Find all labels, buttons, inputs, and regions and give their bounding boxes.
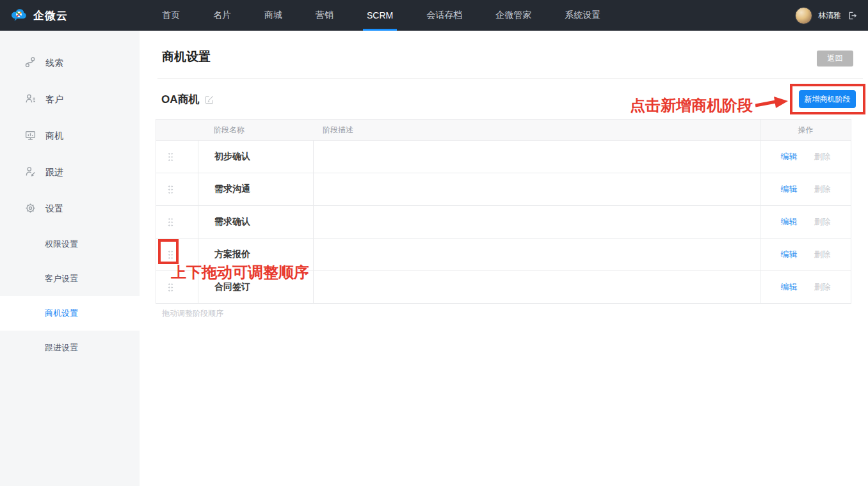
user-name: 林清雅 [818,10,841,21]
brand-name: 企微云 [33,8,68,23]
drag-handle-icon[interactable] [168,217,173,227]
top-navbar: 企微云 首页 名片 商城 营销 SCRM 会话存档 企微管家 系统设置 林清雅 [0,0,868,31]
stage-name: 初步确认 [198,141,313,173]
nav-item-scrm[interactable]: SCRM [367,0,393,31]
sidebar-item-label: 跟进 [45,167,63,178]
user-area: 林清雅 [795,7,868,24]
logout-icon[interactable] [847,10,858,21]
delete-link[interactable]: 删除 [814,216,831,228]
table-row: 需求沟通 编辑 删除 [156,173,851,205]
stage-name: 需求沟通 [198,173,313,205]
edit-link[interactable]: 编辑 [781,184,798,195]
delete-link[interactable]: 删除 [814,184,831,195]
drag-handle-cell [156,239,198,270]
drag-handle-cell [156,271,198,303]
sidebar-subitem-permission-settings[interactable]: 权限设置 [0,227,140,262]
sidebar-item-label: 客户 [45,94,63,106]
add-stage-button[interactable]: 新增商机阶段 [799,90,856,108]
table-row: 合同签订 编辑 删除 [156,270,851,303]
sidebar-subitem-followup-settings[interactable]: 跟进设置 [0,331,140,365]
table-header: 阶段名称 阶段描述 操作 [156,120,851,140]
edit-link[interactable]: 编辑 [781,216,798,228]
sidebar-item-customers[interactable]: 客户 [0,81,140,118]
drag-handle-icon[interactable] [168,283,173,292]
delete-link[interactable]: 删除 [814,151,831,162]
avatar[interactable] [795,7,812,24]
stage-desc [313,173,760,205]
title-divider [157,78,863,79]
annotation-text-add-stage: 点击新增商机阶段 [588,95,753,116]
stage-desc [313,271,760,303]
nav-item-marketing[interactable]: 营销 [316,0,334,31]
drag-handle-icon[interactable] [168,250,173,260]
nav-item-scrm-label: SCRM [367,10,393,20]
sidebar-subitem-opportunity-settings[interactable]: 商机设置 [0,296,140,331]
main-content: 商机设置 返回 OA商机 新增商机阶段 阶段名称 阶段描述 操作 初步确认 编辑 [140,31,868,486]
edit-link[interactable]: 编辑 [781,281,798,293]
annotation-arrow-icon [755,96,789,113]
edit-link[interactable]: 编辑 [781,249,798,260]
sidebar-item-opportunities[interactable]: 商机 [0,118,140,154]
stage-name: 需求确认 [198,206,313,238]
follow-icon [24,166,36,180]
table-row: 需求确认 编辑 删除 [156,205,851,238]
sidebar-item-clues[interactable]: 线索 [0,45,140,81]
delete-link[interactable]: 删除 [814,249,831,260]
sidebar-item-settings[interactable]: 设置 [0,191,140,227]
sidebar: 线索 客户 商机 跟进 [0,31,140,486]
edit-pencil-icon[interactable] [205,95,214,104]
sidebar-item-label: 商机 [45,130,63,142]
page-title: 商机设置 [162,49,211,65]
brand-logo: 企微云 [0,6,140,24]
drag-handle-cell [156,141,198,173]
nav-item-cards[interactable]: 名片 [213,0,231,31]
opportunity-group-name: OA商机 [161,92,200,107]
column-header-stage-name: 阶段名称 [198,125,313,136]
settings-icon [24,202,36,216]
sidebar-item-label: 线索 [45,58,63,69]
action-cell: 编辑 删除 [760,239,851,270]
stage-table: 阶段名称 阶段描述 操作 初步确认 编辑 删除 需求沟通 编辑 删除 [156,119,851,304]
opportunity-icon [24,129,36,143]
sidebar-item-followups[interactable]: 跟进 [0,154,140,191]
sidebar-item-label: 设置 [45,203,63,215]
stage-name: 方案报价 [198,239,313,270]
active-tab-underline [363,29,397,31]
table-row: 初步确认 编辑 删除 [156,140,851,173]
nav-item-mall[interactable]: 商城 [264,0,282,31]
opportunity-group-row: OA商机 [161,92,214,107]
edit-link[interactable]: 编辑 [781,151,798,162]
nav-item-home[interactable]: 首页 [162,0,180,31]
column-header-stage-desc: 阶段描述 [313,125,760,136]
stage-desc [313,239,760,270]
stage-desc [313,206,760,238]
action-cell: 编辑 删除 [760,173,851,205]
stage-name: 合同签订 [198,271,313,303]
drag-handle-icon[interactable] [168,152,173,162]
action-cell: 编辑 删除 [760,141,851,173]
drag-handle-cell [156,206,198,238]
column-header-action: 操作 [760,120,851,140]
clue-icon [24,56,36,70]
stage-desc [313,141,760,173]
nav-item-chat-archive[interactable]: 会话存档 [426,0,462,31]
back-button[interactable]: 返回 [817,51,853,67]
drag-handle-cell [156,173,198,205]
table-row: 方案报价 编辑 删除 [156,238,851,270]
delete-link[interactable]: 删除 [814,281,831,293]
sidebar-subitem-customer-settings[interactable]: 客户设置 [0,262,140,296]
nav-item-system-settings[interactable]: 系统设置 [565,0,600,31]
main-nav: 首页 名片 商城 营销 SCRM 会话存档 企微管家 系统设置 [140,0,600,31]
cloud-logo-icon [10,6,28,24]
action-cell: 编辑 删除 [760,206,851,238]
drag-order-hint: 拖动调整阶段顺序 [162,308,223,319]
customer-icon [24,93,36,107]
action-cell: 编辑 删除 [760,271,851,303]
drag-handle-icon[interactable] [168,185,173,194]
nav-item-wework-butler[interactable]: 企微管家 [495,0,531,31]
